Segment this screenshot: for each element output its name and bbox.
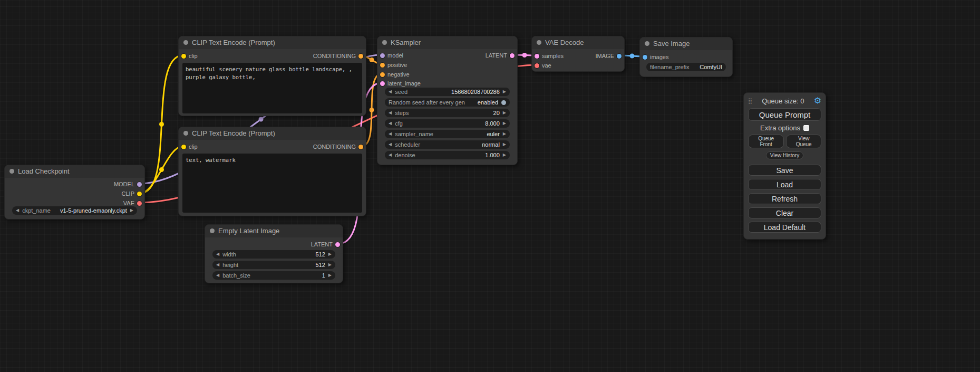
widget-random-seed-toggle[interactable]: Random seed after every gen enabled [385, 98, 510, 107]
port-dot-image[interactable] [643, 55, 647, 60]
increment-arrow-icon[interactable]: ▶ [328, 273, 332, 278]
collapse-dot-icon[interactable] [183, 131, 188, 136]
view-queue-button[interactable]: View Queue [786, 135, 821, 148]
link-dot-conditioning-positive [370, 58, 374, 62]
toggle-dot-icon[interactable] [501, 100, 506, 105]
port-dot-vae[interactable] [535, 63, 539, 68]
save-button[interactable]: Save [748, 165, 821, 176]
node-title-bar[interactable]: KSampler [377, 36, 517, 49]
prev-arrow-icon[interactable]: ◀ [389, 142, 392, 147]
port-dot-clip[interactable] [181, 145, 186, 149]
clear-button[interactable]: Clear [748, 207, 821, 218]
decrement-arrow-icon[interactable]: ◀ [216, 263, 219, 267]
port-dot-conditioning[interactable] [358, 145, 363, 149]
node-title-bar[interactable]: Empty Latent Image [205, 225, 343, 237]
increment-arrow-icon[interactable]: ▶ [328, 252, 332, 256]
drag-handle-icon[interactable]: ⣿ [748, 98, 752, 104]
decrement-arrow-icon[interactable]: ◀ [389, 111, 392, 115]
port-dot-clip[interactable] [181, 54, 186, 59]
node-title-bar[interactable]: CLIP Text Encode (Prompt) [179, 127, 366, 140]
port-dot-latent[interactable] [510, 53, 515, 58]
increment-arrow-icon[interactable]: ▶ [503, 90, 506, 94]
increment-arrow-icon[interactable]: ▶ [503, 121, 506, 126]
port-dot-clip[interactable] [137, 192, 142, 196]
port-dot-latent[interactable] [380, 81, 385, 86]
widget-height[interactable]: ◀ height 512 ▶ [212, 261, 335, 269]
queue-prompt-button[interactable]: Queue Prompt [748, 108, 821, 121]
next-arrow-icon[interactable]: ▶ [130, 208, 133, 213]
widget-denoise[interactable]: ◀ denoise 1.000 ▶ [385, 151, 510, 159]
output-port-conditioning: CONDITIONING [313, 143, 363, 150]
node-empty-latent-image[interactable]: Empty Latent Image LATENT ◀ width 512 ▶ … [205, 224, 343, 283]
node-title-bar[interactable]: CLIP Text Encode (Prompt) [179, 36, 366, 49]
port-dot-latent[interactable] [335, 242, 340, 247]
decrement-arrow-icon[interactable]: ◀ [389, 121, 392, 126]
prev-arrow-icon[interactable]: ◀ [16, 208, 19, 213]
port-dot-conditioning[interactable] [358, 54, 363, 59]
port-label: CONDITIONING [313, 53, 356, 59]
port-dot-latent[interactable] [535, 54, 539, 59]
widget-sampler-name[interactable]: ◀ sampler_name euler ▶ [385, 130, 510, 138]
collapse-dot-icon[interactable] [9, 169, 14, 174]
node-clip-text-encode-negative[interactable]: CLIP Text Encode (Prompt) clip CONDITION… [178, 127, 366, 216]
increment-arrow-icon[interactable]: ▶ [503, 111, 506, 115]
node-title-bar[interactable]: Load Checkpoint [5, 165, 144, 178]
settings-gear-icon[interactable]: ⚙ [814, 97, 821, 105]
extra-options-checkbox[interactable] [803, 125, 809, 131]
widget-steps[interactable]: ◀ steps 20 ▶ [385, 109, 510, 117]
port-label: VAE [123, 200, 134, 206]
port-label: images [650, 54, 668, 60]
node-title-bar[interactable]: VAE Decode [532, 36, 624, 49]
load-button[interactable]: Load [748, 179, 821, 190]
node-clip-text-encode-positive[interactable]: CLIP Text Encode (Prompt) clip CONDITION… [178, 36, 366, 116]
port-dot-model[interactable] [380, 53, 385, 58]
input-port-model: model [380, 52, 403, 59]
node-load-checkpoint[interactable]: Load Checkpoint MODEL CLIP VAE ◀ ckpt_na… [4, 165, 145, 220]
node-title: KSampler [391, 39, 421, 46]
decrement-arrow-icon[interactable]: ◀ [216, 252, 219, 256]
link-dot-image [630, 54, 635, 59]
widget-batch-size[interactable]: ◀ batch_size 1 ▶ [212, 271, 335, 280]
collapse-dot-icon[interactable] [537, 40, 541, 45]
load-default-button[interactable]: Load Default [748, 222, 821, 233]
output-port-vae: VAE [123, 199, 142, 207]
decrement-arrow-icon[interactable]: ◀ [216, 273, 219, 278]
increment-arrow-icon[interactable]: ▶ [328, 263, 332, 267]
link-dot-latent-to-vae-decode [522, 53, 527, 58]
prompt-textarea[interactable]: text, watermark [182, 154, 362, 213]
decrement-arrow-icon[interactable]: ◀ [389, 90, 392, 94]
view-history-button[interactable]: View History [766, 151, 803, 159]
increment-arrow-icon[interactable]: ▶ [503, 153, 506, 157]
queue-panel: ⣿ Queue size: 0 ⚙ Queue Prompt Extra opt… [743, 92, 826, 240]
widget-seed[interactable]: ◀ seed 156680208700286 ▶ [385, 88, 510, 96]
collapse-dot-icon[interactable] [210, 228, 215, 233]
widget-filename-prefix[interactable]: filename_prefix ComfyUI [646, 63, 726, 71]
queue-front-button[interactable]: Queue Front [748, 135, 784, 148]
widget-cfg[interactable]: ◀ cfg 8.000 ▶ [385, 119, 510, 128]
refresh-button[interactable]: Refresh [748, 193, 821, 204]
port-dot-model[interactable] [137, 182, 142, 187]
port-dot-vae[interactable] [137, 201, 142, 206]
port-dot-conditioning[interactable] [380, 63, 385, 68]
collapse-dot-icon[interactable] [645, 41, 649, 46]
widget-ckpt-name[interactable]: ◀ ckpt_name v1-5-pruned-emaonly.ckpt ▶ [12, 206, 137, 215]
next-arrow-icon[interactable]: ▶ [503, 132, 506, 136]
port-label: clip [189, 144, 198, 150]
port-label: model [387, 52, 403, 59]
graph-canvas[interactable]: Load Checkpoint MODEL CLIP VAE ◀ ckpt_na… [0, 0, 980, 372]
prev-arrow-icon[interactable]: ◀ [389, 132, 392, 136]
node-title-bar[interactable]: Save Image [640, 37, 732, 50]
collapse-dot-icon[interactable] [183, 40, 188, 45]
collapse-dot-icon[interactable] [382, 40, 387, 45]
node-ksampler[interactable]: KSampler model positive negative latent_… [377, 36, 518, 165]
widget-scheduler[interactable]: ◀ scheduler normal ▶ [385, 140, 510, 149]
next-arrow-icon[interactable]: ▶ [503, 142, 506, 147]
decrement-arrow-icon[interactable]: ◀ [389, 153, 392, 157]
node-save-image[interactable]: Save Image images filename_prefix ComfyU… [639, 37, 733, 77]
node-vae-decode[interactable]: VAE Decode samples vae IMAGE [531, 36, 625, 72]
port-dot-image[interactable] [617, 54, 622, 59]
port-label: MODEL [114, 181, 134, 187]
port-dot-conditioning[interactable] [380, 72, 385, 77]
prompt-textarea[interactable]: beautiful scenery nature glass bottle la… [182, 63, 362, 113]
widget-width[interactable]: ◀ width 512 ▶ [212, 250, 335, 259]
